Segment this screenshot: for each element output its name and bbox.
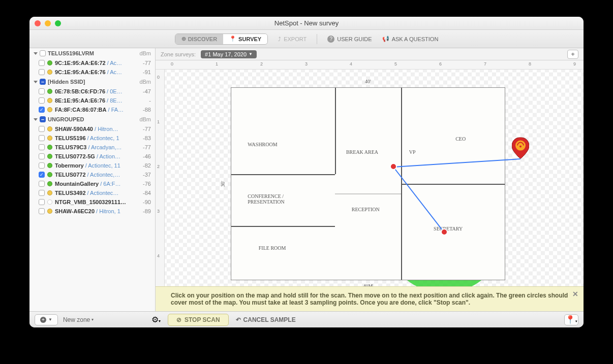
ruler-tick: 7: [484, 61, 486, 67]
export-icon: ⤴: [278, 36, 281, 42]
network-row[interactable]: FA:8F:CA:86:07:BA / FA… -88: [29, 105, 155, 114]
network-group-header[interactable]: [Hidden SSID] dBm: [29, 77, 155, 87]
stop-scan-label: STOP SCAN: [185, 316, 220, 323]
network-checkbox[interactable]: [39, 88, 45, 94]
export-button[interactable]: ⤴ EXPORT: [278, 36, 306, 42]
cancel-sample-button[interactable]: ↶ CANCEL SAMPLE: [236, 316, 296, 323]
wall: [335, 88, 336, 174]
dbm-value: -: [136, 97, 151, 104]
network-row[interactable]: SHAW-590A40 / Hitron… -77: [29, 124, 155, 134]
survey-label: SURVEY: [238, 36, 261, 42]
ruler-tick: 2: [260, 61, 263, 67]
network-label: NTGR_VMB_1500329111…: [55, 199, 133, 205]
sample-point[interactable]: [390, 163, 397, 170]
group-checkbox[interactable]: [40, 50, 46, 56]
network-checkbox[interactable]: [39, 153, 45, 159]
network-checkbox[interactable]: [39, 107, 45, 113]
group-checkbox[interactable]: [40, 116, 46, 122]
network-row[interactable]: TELUS3492 / Actiontec… -84: [29, 188, 155, 197]
survey-canvas[interactable]: 40' 30' 40m WASHROOM BREAK AREA VP: [165, 70, 584, 286]
ask-question-button[interactable]: 📢 ASK A QUESTION: [382, 36, 439, 42]
network-checkbox[interactable]: [39, 135, 45, 141]
zone-survey-dropdown[interactable]: #1 May 17, 2020 ▼: [201, 50, 257, 58]
dbm-value: -90: [136, 199, 151, 205]
network-checkbox[interactable]: [39, 190, 45, 196]
window-minimize-button[interactable]: [45, 20, 51, 26]
chevron-down-icon: ▼: [249, 52, 253, 56]
discover-tab[interactable]: ⊕ DISCOVER: [175, 34, 223, 44]
cancel-sample-label: CANCEL SAMPLE: [243, 316, 296, 323]
survey-tab[interactable]: 📍 SURVEY: [223, 34, 267, 44]
network-checkbox[interactable]: [39, 144, 45, 150]
dbm-header: dBm: [139, 79, 151, 85]
network-label: 8E:1E:95:AA:E6:76 / 8E…: [55, 97, 133, 104]
network-row[interactable]: TELUS0772 / Actiontec,… -37: [29, 170, 155, 179]
network-row[interactable]: SHAW-A6EC20 / Hitron, 1 -89: [29, 207, 155, 216]
network-group-header[interactable]: TELUS5196LVRM dBm: [29, 48, 155, 58]
dbm-value: -46: [136, 153, 151, 159]
ruler-tick: 6: [439, 61, 442, 67]
floorplan: 40' 30' 40m WASHROOM BREAK AREA VP: [231, 87, 505, 280]
network-checkbox[interactable]: [39, 126, 45, 132]
pin-icon: 📍▾: [565, 315, 577, 324]
help-icon: ?: [327, 36, 334, 43]
network-group-header[interactable]: UNGROUPED dBm: [29, 114, 155, 124]
stop-scan-button[interactable]: ⊘ STOP SCAN: [168, 314, 229, 326]
hint-banner: Click on your position on the map and ho…: [156, 286, 584, 311]
network-row[interactable]: TELUS0772-5G / Action… -46: [29, 152, 155, 161]
group-checkbox[interactable]: [40, 79, 46, 85]
group-name: [Hidden SSID]: [48, 79, 85, 85]
network-row[interactable]: 9C:1E:95:AA:E6:76 / Ac… -91: [29, 68, 155, 77]
add-menu-button[interactable]: + ▼: [35, 314, 58, 325]
plus-icon: +: [40, 317, 46, 323]
caret-down-icon: [34, 81, 38, 83]
access-point-marker[interactable]: [512, 138, 529, 161]
ask-label: ASK A QUESTION: [392, 36, 439, 42]
dbm-value: -77: [136, 60, 151, 66]
network-row[interactable]: 0E:78:5B:C6:FD:76 / 0E… -47: [29, 87, 155, 96]
network-checkbox[interactable]: [39, 181, 45, 187]
new-zone-label: New zone: [63, 316, 90, 323]
export-label: EXPORT: [284, 36, 306, 42]
dim-side: 30': [220, 181, 226, 187]
network-row[interactable]: 8E:1E:95:AA:E6:76 / 8E… -: [29, 96, 155, 105]
network-row[interactable]: MountainGallery / 6A:F… -76: [29, 179, 155, 188]
ruler-tick: 8: [529, 61, 531, 67]
signal-indicator-icon: [47, 136, 52, 141]
user-guide-button[interactable]: ? USER GUIDE: [327, 36, 372, 43]
window-maximize-button[interactable]: [55, 20, 61, 26]
network-label: SHAW-A6EC20 / Hitron, 1: [55, 208, 133, 214]
network-checkbox[interactable]: [39, 162, 45, 169]
pin-mode-button[interactable]: 📍▾: [564, 314, 578, 325]
gear-icon[interactable]: ⚙▾: [151, 315, 161, 324]
window-close-button[interactable]: [35, 20, 41, 26]
stop-icon: ⊘: [176, 316, 181, 323]
ruler-tick: 0: [157, 75, 160, 80]
room-conference: CONFERENCE / PRESENTATION: [248, 193, 319, 205]
network-row[interactable]: TELUS5196 / Actiontec, 1 -83: [29, 134, 155, 143]
ruler-tick: 1: [216, 61, 218, 67]
network-checkbox[interactable]: [39, 199, 45, 205]
network-row[interactable]: NTGR_VMB_1500329111… -90: [29, 197, 155, 207]
signal-indicator-icon: [47, 107, 52, 112]
dbm-header: dBm: [139, 50, 151, 56]
dbm-value: -47: [136, 88, 151, 94]
wall: [231, 226, 335, 227]
window-title: NetSpot - New survey: [29, 19, 584, 27]
new-zone-dropdown[interactable]: New zone ▾: [63, 316, 94, 323]
network-label: TELUS0772-5G / Action…: [55, 153, 133, 159]
signal-indicator-icon: [47, 154, 52, 159]
dim-top: 40': [365, 79, 371, 84]
network-checkbox[interactable]: [39, 69, 45, 75]
network-row[interactable]: Tobermory / Actiontec, 11 -82: [29, 161, 155, 170]
add-zone-button[interactable]: +: [567, 50, 578, 59]
network-checkbox[interactable]: [39, 97, 45, 104]
sample-point[interactable]: [441, 228, 448, 236]
network-row[interactable]: 9C:1E:95:AA:E6:72 / Ac… -77: [29, 58, 155, 68]
dbm-value: -76: [136, 181, 151, 187]
hint-close-button[interactable]: ✕: [572, 290, 578, 298]
network-checkbox[interactable]: [39, 60, 45, 66]
network-checkbox[interactable]: [39, 172, 45, 178]
network-checkbox[interactable]: [39, 208, 45, 214]
network-row[interactable]: TELUS79C3 / Arcadyan,… -77: [29, 143, 155, 152]
